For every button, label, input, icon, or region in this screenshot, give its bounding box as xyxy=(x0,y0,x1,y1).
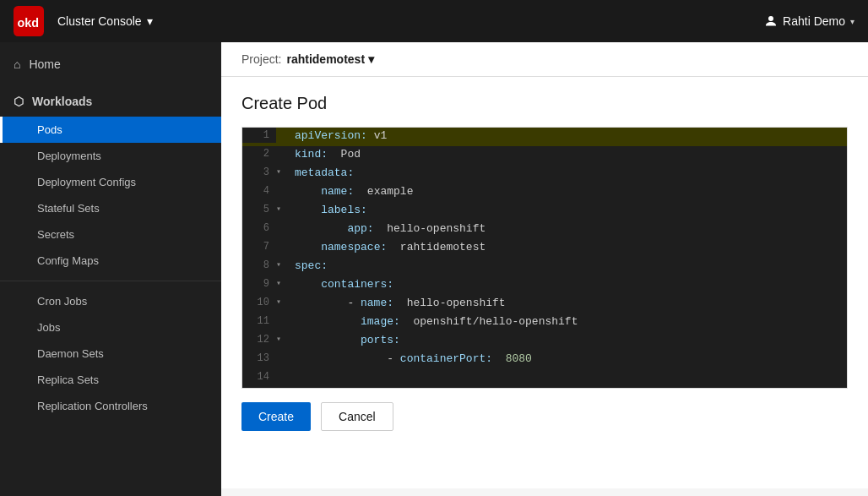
line-number-6: 6 xyxy=(242,221,276,236)
line-number-2: 2 xyxy=(242,146,276,161)
code-line-11: 11 image: openshift/hello-openshift xyxy=(242,313,847,332)
line-collapse-4 xyxy=(276,183,288,187)
code-line-5: 5 ▾ labels: xyxy=(242,202,847,221)
project-name-button[interactable]: rahtidemotest ▾ xyxy=(286,52,374,66)
sidebar-item-pods[interactable]: Pods xyxy=(0,117,221,143)
main-layout: ⌂ Home ⬡ Workloads Pods Deployments Depl… xyxy=(0,42,868,496)
sidebar-item-config-maps[interactable]: Config Maps xyxy=(0,248,221,274)
line-number-12: 12 xyxy=(242,332,276,347)
line-content-2: kind: Pod xyxy=(288,146,847,162)
sidebar-item-daemon-sets[interactable]: Daemon Sets xyxy=(0,341,221,367)
deployment-configs-label: Deployment Configs xyxy=(37,176,136,188)
line-collapse-8[interactable]: ▾ xyxy=(276,258,288,271)
line-collapse-12[interactable]: ▾ xyxy=(276,332,288,346)
topnav: okd Cluster Console ▾ Rahti Demo ▾ xyxy=(0,0,868,42)
sidebar-item-cron-jobs[interactable]: Cron Jobs xyxy=(0,288,221,314)
svg-text:okd: okd xyxy=(18,16,40,30)
code-line-10: 10 ▾ - name: hello-openshift xyxy=(242,295,847,313)
replica-sets-label: Replica Sets xyxy=(37,373,99,386)
line-number-14: 14 xyxy=(242,369,276,384)
sidebar: ⌂ Home ⬡ Workloads Pods Deployments Depl… xyxy=(0,42,221,496)
line-number-3: 3 xyxy=(242,165,276,180)
deployments-label: Deployments xyxy=(37,150,101,162)
cluster-console-button[interactable]: Cluster Console ▾ xyxy=(57,14,153,28)
sidebar-item-replication-controllers[interactable]: Replication Controllers xyxy=(0,393,221,419)
code-line-1: 1 apiVersion: v1 xyxy=(242,128,847,146)
line-content-3: metadata: xyxy=(288,165,847,181)
line-content-5: labels: xyxy=(288,202,847,218)
replication-controllers-label: Replication Controllers xyxy=(37,400,148,412)
code-line-2: 2 kind: Pod xyxy=(242,146,847,165)
line-collapse-10[interactable]: ▾ xyxy=(276,295,288,308)
daemon-sets-label: Daemon Sets xyxy=(37,347,104,360)
line-number-9: 9 xyxy=(242,276,276,292)
code-line-3: 3 ▾ metadata: xyxy=(242,165,847,183)
line-number-5: 5 xyxy=(242,202,276,217)
cancel-button[interactable]: Cancel xyxy=(321,402,393,431)
code-editor[interactable]: 1 apiVersion: v1 2 kind: Pod 3 ▾ metadat… xyxy=(241,127,848,389)
logo: okd xyxy=(14,6,44,36)
config-maps-label: Config Maps xyxy=(37,254,99,267)
code-line-14: 14 xyxy=(242,369,847,388)
home-icon: ⌂ xyxy=(14,57,20,71)
line-collapse-2 xyxy=(276,146,288,150)
create-button[interactable]: Create xyxy=(241,402,311,431)
line-content-11: image: openshift/hello-openshift xyxy=(288,313,847,330)
sidebar-item-stateful-sets[interactable]: Stateful Sets xyxy=(0,195,221,221)
sidebar-item-deployments[interactable]: Deployments xyxy=(0,143,221,169)
user-menu-chevron: ▾ xyxy=(850,17,854,26)
code-line-6: 6 app: hello-openshift xyxy=(242,221,847,239)
stateful-sets-label: Stateful Sets xyxy=(37,202,100,215)
line-collapse-14 xyxy=(276,369,288,373)
page-title: Create Pod xyxy=(241,94,848,113)
user-menu[interactable]: Rahti Demo ▾ xyxy=(764,14,854,28)
sidebar-item-deployment-configs[interactable]: Deployment Configs xyxy=(0,169,221,195)
line-number-7: 7 xyxy=(242,239,276,254)
line-collapse-13 xyxy=(276,351,288,354)
project-name-value: rahtidemotest xyxy=(286,52,365,66)
line-content-1: apiVersion: v1 xyxy=(288,128,847,144)
line-collapse-3[interactable]: ▾ xyxy=(276,165,288,178)
content-area: Project: rahtidemotest ▾ Create Pod 1 ap… xyxy=(221,42,868,496)
user-name-label: Rahti Demo xyxy=(783,14,845,28)
line-content-9: containers: xyxy=(288,276,847,292)
line-number-11: 11 xyxy=(242,313,276,329)
line-content-10: - name: hello-openshift xyxy=(288,295,847,311)
project-label-text: Project: xyxy=(241,52,281,66)
code-line-9: 9 ▾ containers: xyxy=(242,276,847,295)
workloads-icon: ⬡ xyxy=(14,95,24,108)
code-line-4: 4 name: example xyxy=(242,183,847,202)
code-line-8: 8 ▾ spec: xyxy=(242,258,847,276)
workloads-label: Workloads xyxy=(32,95,92,108)
line-collapse-7 xyxy=(276,239,288,243)
page-content: Create Pod 1 apiVersion: v1 2 kind: Pod … xyxy=(221,77,868,488)
line-content-4: name: example xyxy=(288,183,847,199)
sidebar-item-jobs[interactable]: Jobs xyxy=(0,314,221,341)
line-content-7: namespace: rahtidemotest xyxy=(288,239,847,255)
sidebar-item-secrets[interactable]: Secrets xyxy=(0,221,221,248)
cron-jobs-label: Cron Jobs xyxy=(37,295,87,308)
code-line-12: 12 ▾ ports: xyxy=(242,332,847,351)
sidebar-item-replica-sets[interactable]: Replica Sets xyxy=(0,367,221,393)
home-label: Home xyxy=(29,57,60,71)
line-collapse-9[interactable]: ▾ xyxy=(276,276,288,290)
line-content-12: ports: xyxy=(288,332,847,348)
sidebar-divider xyxy=(0,281,221,281)
line-collapse-5[interactable]: ▾ xyxy=(276,202,288,215)
line-content-13: - containerPort: 8080 xyxy=(288,351,847,367)
secrets-label: Secrets xyxy=(37,228,74,241)
sidebar-section-workloads: ⬡ Workloads Pods Deployments Deployment … xyxy=(0,86,221,419)
line-number-1: 1 xyxy=(242,128,276,143)
project-chevron-icon: ▾ xyxy=(368,52,374,66)
line-collapse-11 xyxy=(276,313,288,317)
line-content-14 xyxy=(288,369,847,373)
sidebar-item-home[interactable]: ⌂ Home xyxy=(0,49,221,79)
line-collapse-6 xyxy=(276,221,288,224)
code-line-7: 7 namespace: rahtidemotest xyxy=(242,239,847,258)
cluster-console-chevron: ▾ xyxy=(147,14,153,28)
line-collapse-1 xyxy=(276,128,288,131)
workloads-header[interactable]: ⬡ Workloads xyxy=(0,86,221,117)
line-number-13: 13 xyxy=(242,351,276,366)
line-content-6: app: hello-openshift xyxy=(288,221,847,237)
user-icon xyxy=(764,14,778,28)
